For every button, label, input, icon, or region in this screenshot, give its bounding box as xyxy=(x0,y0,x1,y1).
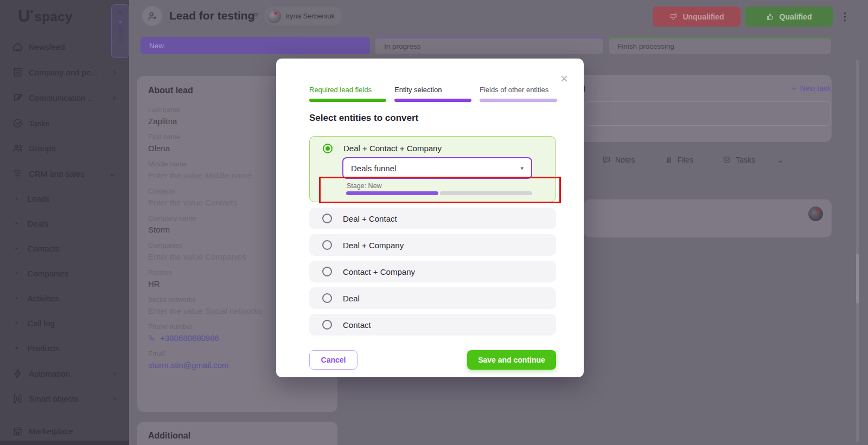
check-circle-icon xyxy=(11,117,23,129)
radio-unselected[interactable] xyxy=(322,267,332,276)
bullet-icon: • xyxy=(15,294,18,302)
sidebar-item-label: Automation xyxy=(29,369,70,378)
step-label: Fields of other entities xyxy=(480,86,557,94)
unqualified-button[interactable]: Unqualified xyxy=(653,7,741,27)
stage-chip-new[interactable]: New xyxy=(141,37,370,54)
sidebar-item-contacts[interactable]: • Contacts xyxy=(0,241,129,255)
sidebar-item-label: Communication ... xyxy=(29,93,94,102)
tab-files[interactable]: Files xyxy=(665,156,694,164)
radio-selected[interactable] xyxy=(323,144,333,153)
logo-u: U xyxy=(18,8,30,25)
sidebar-item-marketplace[interactable]: Marketplace xyxy=(0,424,129,438)
bullet-icon: • xyxy=(15,269,18,278)
option-label: Deal xyxy=(343,294,360,303)
note-icon xyxy=(602,156,611,164)
sidebar-item-newsfeed[interactable]: Newsfeed xyxy=(0,40,129,54)
owner-chip[interactable]: Iryna Serbeniuk xyxy=(264,7,342,25)
lightning-icon xyxy=(11,367,23,379)
close-icon[interactable]: ✕ xyxy=(560,73,569,85)
sidebar-item-label: Company and pe... xyxy=(29,68,98,77)
bullet-icon: • xyxy=(15,195,18,203)
logo-text: spacy xyxy=(34,8,73,25)
sidebar-item-groups[interactable]: Groups xyxy=(0,141,129,155)
note-author-avatar xyxy=(808,207,823,221)
owner-avatar xyxy=(267,9,281,23)
option-deal-company[interactable]: Deal + Company xyxy=(309,234,556,256)
sidebar-item-label: Deals xyxy=(28,219,48,228)
stage-chip-finish-processing[interactable]: Finish processing xyxy=(609,37,831,54)
stage-progress-remaining xyxy=(440,191,532,195)
sidebar-item-label: Leads xyxy=(28,194,50,203)
owner-name: Iryna Serbeniuk xyxy=(285,12,335,20)
option-deal-contact-company[interactable]: Deal + Contact + Company Deals funnel ▾ … xyxy=(309,136,556,202)
modal-steps: Required lead fields Entity selection Fi… xyxy=(309,86,557,102)
option-deal[interactable]: Deal xyxy=(309,287,556,309)
sidebar-item-products[interactable]: • Products xyxy=(0,341,129,355)
task-quick-add-input[interactable] xyxy=(584,101,831,126)
chevron-down-icon[interactable]: ⌄ xyxy=(777,155,784,165)
tab-label: Tasks xyxy=(736,156,755,164)
chat-pencil-icon xyxy=(11,92,23,104)
sidebar-item-company-and-people[interactable]: Company and pe... › xyxy=(0,65,129,79)
storefront-icon xyxy=(11,425,23,437)
tab-label: Notes xyxy=(615,156,635,164)
check-circle-icon xyxy=(723,156,731,164)
sidebar-item-label: Activities xyxy=(28,294,60,303)
sidebar-item-deals[interactable]: • Deals xyxy=(0,216,129,230)
option-contact-company[interactable]: Contact + Company xyxy=(309,261,556,282)
chevron-right-icon: › xyxy=(113,94,116,101)
stage-chip-in-progress[interactable]: In progress xyxy=(375,37,603,54)
copy-link-icon[interactable] xyxy=(250,11,259,21)
step-label: Required lead fields xyxy=(309,86,386,94)
lead-slider-tab[interactable]: ✕ Lead xyxy=(111,4,129,58)
sidebar-item-automation[interactable]: Automation › xyxy=(0,366,129,380)
chevron-right-icon: › xyxy=(113,68,116,76)
sidebar-item-tasks[interactable]: Tasks xyxy=(0,116,129,130)
plus-icon: + xyxy=(791,85,796,92)
radio-unselected[interactable] xyxy=(322,240,332,250)
chevron-right-icon: › xyxy=(113,370,116,377)
sidebar-item-call-log[interactable]: • Call log xyxy=(0,316,129,330)
funnel-icon xyxy=(11,167,23,179)
sidebar-item-smart-objects[interactable]: Smart objects › xyxy=(0,391,129,405)
sidebar-item-activities[interactable]: • Activities xyxy=(0,291,129,305)
option-contact[interactable]: Contact xyxy=(309,314,556,336)
step-entity-selection[interactable]: Entity selection xyxy=(394,86,471,102)
select-value: Deals funnel xyxy=(351,164,520,173)
sidebar-item-label: Newsfeed xyxy=(29,42,65,51)
step-fields-of-other-entities[interactable]: Fields of other entities xyxy=(480,86,557,102)
stage-chip-label: New xyxy=(149,42,164,50)
cancel-button[interactable]: Cancel xyxy=(309,350,358,370)
option-deal-contact[interactable]: Deal + Contact xyxy=(309,208,556,229)
sidebar-item-label: Companies xyxy=(28,269,69,278)
uspacy-logo[interactable]: U spacy xyxy=(18,8,73,25)
sidebar-item-communication[interactable]: Communication ... › xyxy=(0,91,129,105)
tab-tasks[interactable]: Tasks xyxy=(723,156,755,164)
caret-down-icon: ▾ xyxy=(520,165,524,172)
step-required-lead-fields[interactable]: Required lead fields xyxy=(309,86,386,102)
paperclip-icon xyxy=(665,156,673,164)
tab-notes[interactable]: Notes xyxy=(602,156,635,164)
step-label: Entity selection xyxy=(394,86,471,94)
deals-funnel-select[interactable]: Deals funnel ▾ xyxy=(342,157,532,179)
radio-unselected[interactable] xyxy=(322,214,332,223)
option-label: Contact + Company xyxy=(343,267,415,276)
stage-indicator-label: Stage: New xyxy=(347,182,382,190)
convert-lead-modal: ✕ Required lead fields Entity selection … xyxy=(276,59,584,377)
scrollbar-track xyxy=(856,60,859,442)
qualified-label: Qualified xyxy=(780,12,812,21)
sidebar-item-crm-and-sales[interactable]: CRM and sales ⌄ xyxy=(0,166,129,180)
scrollbar-thumb[interactable] xyxy=(856,254,859,304)
stage-chip-label: In progress xyxy=(384,42,421,50)
close-icon[interactable]: ✕ xyxy=(117,9,123,17)
save-and-continue-button[interactable]: Save and continue xyxy=(467,350,556,370)
sidebar-item-leads[interactable]: • Leads xyxy=(0,191,129,205)
bullet-icon: • xyxy=(15,319,18,327)
radio-unselected[interactable] xyxy=(322,320,332,330)
sidebar-item-companies[interactable]: • Companies xyxy=(0,266,129,280)
kebab-menu-icon[interactable]: ⋮ xyxy=(840,9,850,25)
sidebar: U spacy Newsfeed Company and pe... › Com… xyxy=(0,0,129,445)
new-task-button[interactable]: + New task xyxy=(791,84,831,93)
radio-unselected[interactable] xyxy=(322,293,332,303)
qualified-button[interactable]: Qualified xyxy=(745,7,833,27)
